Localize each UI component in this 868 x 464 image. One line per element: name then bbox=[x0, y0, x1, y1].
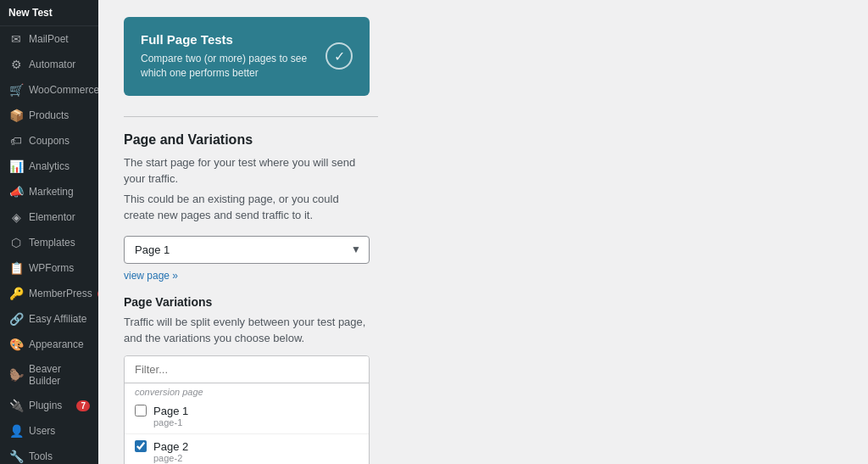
wpforms-icon: 📋 bbox=[8, 261, 24, 275]
sidebar-item-products[interactable]: 📦 Products bbox=[0, 103, 98, 128]
page-select-wrapper: Page 1 Page 2 AB Split Test Login ▼ bbox=[124, 236, 370, 264]
variations-desc: Traffic will be split evenly between you… bbox=[124, 314, 370, 347]
page-and-variations-title: Page and Variations bbox=[124, 132, 843, 148]
variation-item-page1[interactable]: Page 1 page-1 bbox=[125, 399, 369, 434]
page-and-variations-desc1: The start page for your test where you w… bbox=[124, 154, 370, 187]
full-page-tests-card: Full Page Tests Compare two (or more) pa… bbox=[124, 17, 370, 96]
sidebar-item-automator[interactable]: ⚙ Automator bbox=[0, 52, 98, 77]
filter-input[interactable] bbox=[125, 356, 369, 383]
sidebar-item-label: WooCommerce bbox=[29, 84, 98, 96]
sidebar-item-analytics[interactable]: 📊 Analytics bbox=[0, 154, 98, 179]
products-icon: 📦 bbox=[8, 109, 24, 122]
analytics-icon: 📊 bbox=[8, 159, 24, 173]
sidebar-item-label: Coupons bbox=[29, 135, 70, 147]
plugins-icon: 🔌 bbox=[8, 399, 24, 412]
page2-label: Page 2 bbox=[153, 440, 188, 453]
check-icon: ✓ bbox=[326, 42, 353, 70]
test-card-description: Compare two (or more) pages to see which… bbox=[141, 52, 314, 81]
sidebar-item-label: Beaver Builder bbox=[29, 363, 90, 387]
woocommerce-icon: 🛒 bbox=[8, 83, 24, 97]
view-page-link[interactable]: view page » bbox=[124, 270, 178, 282]
sidebar-item-woocommerce[interactable]: 🛒 WooCommerce bbox=[0, 77, 98, 103]
page2-slug: page-2 bbox=[153, 453, 359, 463]
truncated-item: conversion page bbox=[125, 383, 369, 399]
easy-affiliate-icon: 🔗 bbox=[8, 312, 24, 326]
sidebar-item-elementor[interactable]: ◈ Elementor bbox=[0, 204, 98, 230]
automator-icon: ⚙ bbox=[8, 58, 24, 71]
sidebar-item-templates[interactable]: ⬡ Templates bbox=[0, 230, 98, 255]
sidebar-item-marketing[interactable]: 📣 Marketing bbox=[0, 179, 98, 204]
marketing-icon: 📣 bbox=[8, 185, 24, 198]
sidebar-item-label: Automator bbox=[29, 59, 75, 70]
plugins-badge: 7 bbox=[76, 400, 90, 411]
coupons-icon: 🏷 bbox=[8, 134, 24, 148]
sidebar-item-beaver-builder[interactable]: 🦫 Beaver Builder bbox=[0, 357, 98, 393]
page2-checkbox[interactable] bbox=[135, 440, 147, 452]
elementor-icon: ◈ bbox=[8, 210, 24, 224]
sidebar-header: New Test bbox=[0, 0, 98, 26]
sidebar-item-label: Appearance bbox=[29, 338, 84, 350]
sidebar-item-label: Easy Affiliate bbox=[29, 313, 86, 325]
page-and-variations-desc2: This could be an existing page, or you c… bbox=[124, 191, 370, 224]
section-divider bbox=[124, 116, 378, 117]
appearance-icon: 🎨 bbox=[8, 338, 24, 351]
templates-icon: ⬡ bbox=[8, 236, 24, 249]
sidebar-item-label: MailPoet bbox=[29, 33, 69, 45]
sidebar-item-users[interactable]: 👤 Users bbox=[0, 418, 98, 444]
sidebar-item-label: Users bbox=[29, 425, 55, 437]
variations-panel: conversion page Page 1 page-1 Page 2 pag… bbox=[124, 355, 370, 464]
sidebar-item-mailpoet[interactable]: ✉ MailPoet bbox=[0, 26, 98, 52]
sidebar-item-memberpress[interactable]: 🔑 MemberPress 1 bbox=[0, 281, 98, 306]
sidebar-item-label: Plugins bbox=[29, 400, 62, 411]
sidebar-item-tools[interactable]: 🔧 Tools bbox=[0, 444, 98, 464]
page1-checkbox[interactable] bbox=[135, 405, 147, 416]
test-card-title: Full Page Tests bbox=[141, 32, 314, 47]
sidebar-item-label: Templates bbox=[29, 237, 75, 249]
sidebar-item-easy-affiliate[interactable]: 🔗 Easy Affiliate bbox=[0, 306, 98, 332]
sidebar: New Test ✉ MailPoet ⚙ Automator 🛒 WooCom… bbox=[0, 0, 98, 464]
sidebar-item-label: Products bbox=[29, 109, 69, 121]
sidebar-item-label: Marketing bbox=[29, 186, 74, 198]
page-variations-title: Page Variations bbox=[124, 295, 843, 309]
beaver-builder-icon: 🦫 bbox=[8, 368, 24, 382]
mailpoet-icon: ✉ bbox=[8, 32, 24, 46]
test-card-text: Full Page Tests Compare two (or more) pa… bbox=[141, 32, 314, 81]
page1-slug: page-1 bbox=[153, 417, 359, 428]
sidebar-item-label: WPForms bbox=[29, 262, 74, 274]
sidebar-item-plugins[interactable]: 🔌 Plugins 7 bbox=[0, 393, 98, 418]
page-select[interactable]: Page 1 Page 2 AB Split Test Login bbox=[124, 236, 370, 264]
sidebar-item-label: Analytics bbox=[29, 160, 70, 172]
page1-label: Page 1 bbox=[153, 405, 188, 417]
main-content: Full Page Tests Compare two (or more) pa… bbox=[98, 0, 868, 464]
sidebar-item-wpforms[interactable]: 📋 WPForms bbox=[0, 255, 98, 281]
tools-icon: 🔧 bbox=[8, 450, 24, 463]
memberpress-icon: 🔑 bbox=[8, 287, 24, 300]
users-icon: 👤 bbox=[8, 424, 24, 438]
sidebar-item-label: Elementor bbox=[29, 211, 75, 223]
sidebar-item-coupons[interactable]: 🏷 Coupons bbox=[0, 128, 98, 154]
memberpress-badge: 1 bbox=[97, 288, 98, 299]
sidebar-item-label: MemberPress bbox=[29, 288, 92, 299]
sidebar-item-label: Tools bbox=[29, 450, 53, 462]
variation-item-page2[interactable]: Page 2 page-2 bbox=[125, 434, 369, 464]
sidebar-item-appearance[interactable]: 🎨 Appearance bbox=[0, 332, 98, 357]
